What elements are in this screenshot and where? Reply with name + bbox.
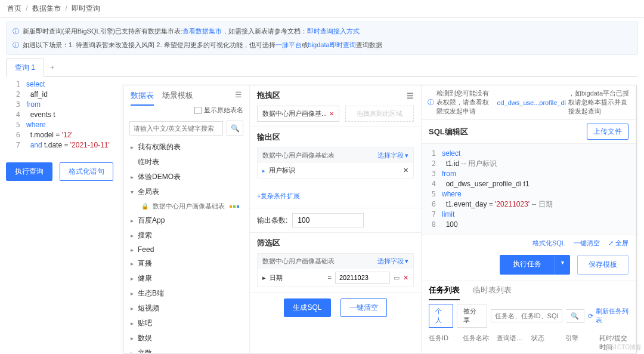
- notice-1: ⓘ 新版即时查询(采用BigSQL引擎)已支持所有数据集市表: 查看数据集市 ，…: [7, 24, 637, 38]
- gutter: 1234567: [6, 77, 24, 153]
- refresh-tasks-button[interactable]: ⟳刷新任务列表: [588, 307, 628, 325]
- link-view-mart[interactable]: 查看数据集市: [182, 27, 222, 36]
- link-bigdata[interactable]: bigdata即时查询: [308, 41, 356, 50]
- tab-query-1[interactable]: 查询 1: [6, 59, 44, 77]
- drag-item[interactable]: 数据中心用户画像基...✕: [257, 106, 339, 122]
- tree-global-child[interactable]: 🔒 数据中心用户画像基础表: [123, 199, 249, 213]
- tree-global-tables[interactable]: ▾全局表: [123, 184, 249, 199]
- fullscreen-link[interactable]: ⤢ 全屏: [608, 239, 628, 248]
- output-field-label: 用户标识: [269, 166, 295, 175]
- generate-sql-button[interactable]: 生成SQL: [284, 298, 330, 317]
- clear-sql-link[interactable]: 一键清空: [574, 239, 600, 248]
- tree-temp-tables[interactable]: 临时表: [123, 155, 249, 170]
- tree-ent[interactable]: ▸数娱: [123, 331, 249, 346]
- col-query: 查询语...: [497, 334, 526, 352]
- drag-placeholder[interactable]: 拖拽表到此区域: [345, 106, 414, 122]
- task-search-input[interactable]: [491, 309, 562, 322]
- tree-health[interactable]: ▸健康: [123, 271, 249, 286]
- notice-1-text: 新版即时查询(采用BigSQL引擎)已支持所有数据集市表:: [23, 27, 182, 36]
- info-icon: ⓘ: [428, 98, 434, 107]
- tab-data-tables[interactable]: 数据表: [131, 90, 154, 106]
- tree-demo-tables[interactable]: ▸体验DEMO表: [123, 170, 249, 184]
- builder-overlay: 数据表 场景模板 ☰ 显示原始表名 🔍 ▸我有权限的表 临时表 ▸体验DEMO表…: [123, 85, 637, 353]
- tab-scene-templates[interactable]: 场景模板: [162, 90, 193, 106]
- collapse-icon[interactable]: ☰: [407, 91, 414, 100]
- tree-feed[interactable]: ▸Feed: [123, 243, 249, 256]
- sql-editor[interactable]: 12345678 select t1.id -- 用户标识 from od_dw…: [422, 143, 636, 235]
- show-raw-checkbox[interactable]: [194, 107, 202, 114]
- lock-icon: 🔒: [141, 203, 148, 210]
- pick-fields-button[interactable]: 选择字段▾: [377, 257, 408, 266]
- pick-fields-button[interactable]: 选择字段▾: [377, 151, 408, 160]
- complex-conditions-link[interactable]: +复杂条件扩展: [257, 192, 300, 199]
- tab-temp-tables[interactable]: 临时表列表: [473, 285, 512, 300]
- mid-actions: 生成SQL 一键清空: [250, 293, 421, 317]
- refresh-icon: ⟳: [588, 312, 593, 320]
- remove-icon[interactable]: ✕: [403, 167, 408, 174]
- remove-icon[interactable]: ✕: [403, 274, 408, 282]
- limit-input[interactable]: [292, 213, 364, 227]
- link-access-doc[interactable]: 即时查询接入方式: [307, 27, 360, 36]
- query-tabs: 查询 1 +: [6, 59, 638, 77]
- task-filter-row: 个人 被分享 🔍 ⟳刷新任务列表: [422, 300, 636, 331]
- search-icon[interactable]: 🔍: [566, 309, 584, 323]
- filter-head: 数据中心用户画像基础表 选择字段▾: [258, 254, 413, 269]
- tree-eco[interactable]: ▸生态B端: [123, 286, 249, 301]
- breadcrumb-query[interactable]: 即时查询: [72, 4, 100, 13]
- info-icon: ⓘ: [13, 41, 19, 50]
- tree-tieba[interactable]: ▸贴吧: [123, 316, 249, 331]
- sql-editor-title: SQL编辑区: [429, 127, 468, 137]
- seg-personal[interactable]: 个人: [429, 304, 453, 328]
- breadcrumb-mart[interactable]: 数据集市: [32, 4, 61, 13]
- upload-file-button[interactable]: 上传文件: [587, 124, 628, 140]
- show-raw-row: 显示原始表名: [123, 106, 249, 117]
- col-status: 状态: [531, 334, 561, 352]
- notice-2: ⓘ 如遇以下场景：1. 待查询表暂未改造接入风阁 2. 希望使用更多的可视化功能…: [7, 38, 637, 52]
- run-row: 执行任务 ▾ 保存模板: [422, 251, 636, 281]
- filter-row: ▸ 日期 = ▭ ✕: [258, 269, 413, 287]
- tree-search[interactable]: ▸搜索: [123, 228, 249, 243]
- watermark: @51CTO博客: [605, 343, 642, 352]
- run-query-button[interactable]: 执行查询: [6, 162, 52, 181]
- output-section: 输出区 数据中心用户画像基础表 选择字段▾ ▸ 用户标识 ✕ +复杂条件扩展: [250, 127, 421, 208]
- save-template-button[interactable]: 保存模板: [577, 255, 628, 275]
- tree-short[interactable]: ▸短视频: [123, 301, 249, 316]
- tree-baidu[interactable]: ▸百度App: [123, 213, 249, 228]
- calendar-icon[interactable]: ▭: [394, 274, 400, 282]
- format-sql-link[interactable]: 格式化SQL: [532, 239, 565, 248]
- tab-task-list[interactable]: 任务列表: [429, 285, 460, 300]
- filter-field-label: 日期: [270, 273, 283, 282]
- filter-title: 筛选区: [257, 238, 280, 248]
- sql-tools: 格式化SQL 一键清空 ⤢ 全屏: [422, 235, 636, 251]
- tree-live[interactable]: ▸直播: [123, 256, 249, 271]
- page-root: 首页 / 数据集市 / 即时查询 ⓘ 新版即时查询(采用BigSQL引擎)已支持…: [0, 0, 644, 354]
- breadcrumb-home[interactable]: 首页: [7, 4, 21, 13]
- left-column: 数据表 场景模板 ☰ 显示原始表名 🔍 ▸我有权限的表 临时表 ▸体验DEMO表…: [123, 85, 250, 353]
- collapse-icon[interactable]: ☰: [235, 90, 242, 106]
- clear-all-button[interactable]: 一键清空: [340, 298, 387, 317]
- limit-label: 输出条数:: [257, 216, 287, 226]
- limit-row: 输出条数:: [250, 208, 421, 233]
- run-task-button[interactable]: 执行任务 ▾: [500, 255, 570, 275]
- drag-title: 拖拽区: [257, 90, 280, 101]
- remove-icon[interactable]: ✕: [329, 110, 334, 117]
- link-yimai[interactable]: 一脉平台: [275, 41, 302, 50]
- search-input[interactable]: [129, 121, 223, 136]
- seg-shared[interactable]: 被分享: [457, 304, 487, 328]
- output-field-row: ▸ 用户标识 ✕: [258, 163, 413, 178]
- sql-editor-head: SQL编辑区 上传文件: [422, 120, 636, 143]
- format-sql-button[interactable]: 格式化语句: [60, 162, 113, 181]
- search-button[interactable]: 🔍: [227, 121, 243, 136]
- table-permission-link[interactable]: od_dws_use...profile_di: [497, 99, 566, 106]
- tab-add[interactable]: +: [44, 60, 60, 75]
- info-icon: ⓘ: [13, 27, 19, 36]
- filter-date-input[interactable]: [335, 272, 390, 284]
- tree-wenku[interactable]: ▸文数: [123, 346, 249, 353]
- code[interactable]: select aff_id from events t where t.mode…: [24, 77, 112, 153]
- right-column: ⓘ 检测到您可能没有表权限，请查看权限或发起申请 od_dws_use...pr…: [422, 85, 636, 353]
- search-row: 🔍: [123, 117, 249, 140]
- code[interactable]: select t1.id -- 用户标识 from od_dws_user_pr…: [439, 146, 555, 232]
- notice-2-text: 如遇以下场景：1. 待查询表暂未改造接入风阁 2. 希望使用更多的可视化功能，也…: [23, 41, 275, 50]
- chevron-down-icon[interactable]: ▾: [555, 255, 570, 275]
- tree-my-tables[interactable]: ▸我有权限的表: [123, 140, 249, 155]
